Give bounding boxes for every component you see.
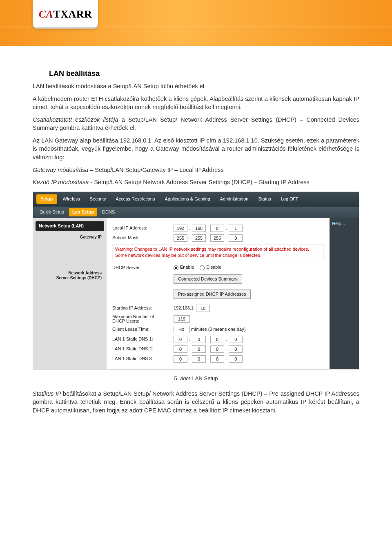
lease-input[interactable]: 60 [174, 326, 190, 333]
dns1-4[interactable]: 0 [229, 336, 243, 343]
starting-ip-label: Starting IP Address: [112, 306, 174, 310]
page-content: LAN beállítása LAN beállítások módosítás… [0, 46, 392, 414]
help-sidebar: Help... [330, 218, 359, 369]
tab-wireless[interactable]: Wireless [59, 193, 84, 205]
dns3-3[interactable]: 0 [210, 355, 224, 363]
dns3-2[interactable]: 0 [192, 355, 206, 363]
section-title: LAN beállítása [49, 69, 359, 78]
dhcp-disable-text: Disable [206, 265, 221, 270]
local-ip-4[interactable]: 1 [229, 225, 243, 232]
local-ip-1[interactable]: 192 [174, 225, 187, 232]
starting-ip-prefix: 192.168.1. [174, 306, 195, 310]
page-header-banner: CATXARR [0, 0, 392, 46]
max-dhcp-label: Maximum Number of DHCP Users: [112, 314, 174, 323]
dns2-1[interactable]: 0 [174, 345, 187, 353]
subnet-1[interactable]: 255 [174, 234, 187, 242]
dhcp-disable-radio[interactable]: Disable [200, 265, 221, 270]
figure-caption: 5. ábra LAN Setup [33, 375, 359, 381]
sidebar-block-title: Network Setup (LAN) [36, 221, 104, 231]
paragraph-1: LAN beállítások módosítása a Setup/LAN S… [33, 82, 359, 91]
dns1-3[interactable]: 0 [210, 336, 224, 343]
sidebar-gateway-label: Gateway IP [36, 233, 104, 245]
subnet-4[interactable]: 0 [229, 234, 243, 242]
tab-access-restrictions[interactable]: Access Restrictions [111, 193, 159, 205]
sidebar-nas-line2: Server Settings (DHCP) [56, 276, 102, 280]
paragraph-5: Gateway módosítása – Setup/LAN Setup/Gat… [33, 166, 359, 174]
caption-text: LAN Setup [192, 375, 218, 381]
dns3-4[interactable]: 0 [229, 355, 243, 363]
starting-ip-input[interactable]: 10 [196, 305, 210, 312]
local-ip-group: 192. 168. 0. 1 [174, 225, 243, 232]
paragraph-3: Csatlakoztatott eszközök listája a Setup… [33, 116, 359, 132]
ip-warning: Warning: Changes to LAN IP network setti… [112, 244, 324, 261]
local-ip-label: Local IP Address: [112, 226, 174, 230]
dns2-label: LAN 1 Static DNS 2: [112, 347, 174, 351]
router-screenshot: Setup Wireless Security Access Restricti… [33, 192, 359, 370]
router-top-tabs: Setup Wireless Security Access Restricti… [33, 192, 359, 207]
dhcp-label: DHCP Server: [112, 265, 174, 270]
brand-logo: CATXARR [39, 8, 92, 20]
subnet-group: 255. 255. 255. 0 [174, 234, 243, 242]
tab-status[interactable]: Status [254, 193, 275, 205]
tab-applications-gaming[interactable]: Applications & Gaming [160, 193, 214, 205]
max-dhcp-line2: DHCP Users: [112, 319, 139, 323]
caption-number: 5. [174, 375, 179, 381]
subnet-3[interactable]: 255 [210, 234, 224, 242]
paragraph-5-rest: – Setup/LAN Setup/Gateway IP – Local IP … [88, 167, 224, 173]
dns3-1[interactable]: 0 [174, 355, 187, 363]
help-link[interactable]: Help... [332, 221, 345, 226]
tab-administration[interactable]: Administration [216, 193, 253, 205]
paragraph-2: A kábelmodem-router ETH csatlakozóira kö… [33, 95, 359, 111]
paragraph-7-emphasis: Statikus IP [33, 390, 61, 397]
subnet-2[interactable]: 255 [192, 234, 206, 242]
connected-devices-button[interactable]: Connected Devices Summary [174, 274, 242, 284]
paragraph-7: Statikus IP beállításokat a Setup/LAN Se… [33, 390, 359, 415]
paragraph-4: Az LAN Gateway alap beállítása 192.168.0… [33, 136, 359, 162]
subnet-label: Subnet Mask: [112, 236, 174, 240]
paragraph-6-emphasis: Kezdő IP módosítása [33, 179, 89, 185]
paragraph-6-rest: - Setup/LAN Setup/ Network Address Serve… [89, 179, 310, 185]
dns1-2[interactable]: 0 [192, 336, 206, 343]
subtab-lan-setup[interactable]: Lan Setup [69, 208, 97, 216]
router-body: Network Setup (LAN) Gateway IP Network A… [33, 218, 359, 369]
paragraph-3-emphasis: Csatlakoztatott eszközök listája [33, 116, 118, 123]
dns2-4[interactable]: 0 [229, 345, 243, 353]
dhcp-enable-text: Enable [180, 265, 194, 270]
paragraph-5-emphasis: Gateway módosítása [33, 167, 88, 173]
dhcp-enable-radio[interactable]: Enable [174, 265, 194, 270]
local-ip-3[interactable]: 0 [210, 225, 224, 232]
tab-logoff[interactable]: Log OFF [277, 193, 303, 205]
paragraph-7-rest: beállításokat a Setup/LAN Setup/ Network… [33, 390, 359, 414]
paragraph-6: Kezdő IP módosítása - Setup/LAN Setup/ N… [33, 178, 359, 187]
lease-label: Client Lease Time: [112, 327, 174, 332]
preassigned-dhcp-button[interactable]: Pre-assigned DHCP IP Addresses [174, 290, 251, 299]
max-dhcp-input[interactable]: 119 [174, 315, 190, 323]
tab-setup[interactable]: Setup [36, 194, 57, 204]
sidebar-nas-label: Network Address Server Settings (DHCP) [36, 269, 104, 285]
subtab-quick-setup[interactable]: Quick Setup [36, 208, 67, 216]
dns1-1[interactable]: 0 [174, 336, 187, 343]
subtab-ddns[interactable]: DDNS [99, 208, 118, 216]
lease-unit: minutes (0 means one day) [191, 327, 245, 332]
router-sub-tabs: Quick Setup Lan Setup DDNS [33, 207, 359, 218]
logo-card: CATXARR [33, 0, 98, 29]
sidebar-nas-line1: Network Address [68, 271, 102, 275]
dns3-label: LAN 1 Static DNS 3: [112, 356, 174, 361]
dns1-label: LAN 1 Static DNS 1: [112, 337, 174, 341]
router-sidebar: Network Setup (LAN) Gateway IP Network A… [33, 218, 107, 369]
router-content: Local IP Address: 192. 168. 0. 1 Subnet … [107, 218, 330, 369]
tab-security[interactable]: Security [86, 193, 110, 205]
dns2-3[interactable]: 0 [210, 345, 224, 353]
caption-label: ábra [178, 375, 192, 381]
local-ip-2[interactable]: 168 [192, 225, 206, 232]
dns2-2[interactable]: 0 [192, 345, 206, 353]
